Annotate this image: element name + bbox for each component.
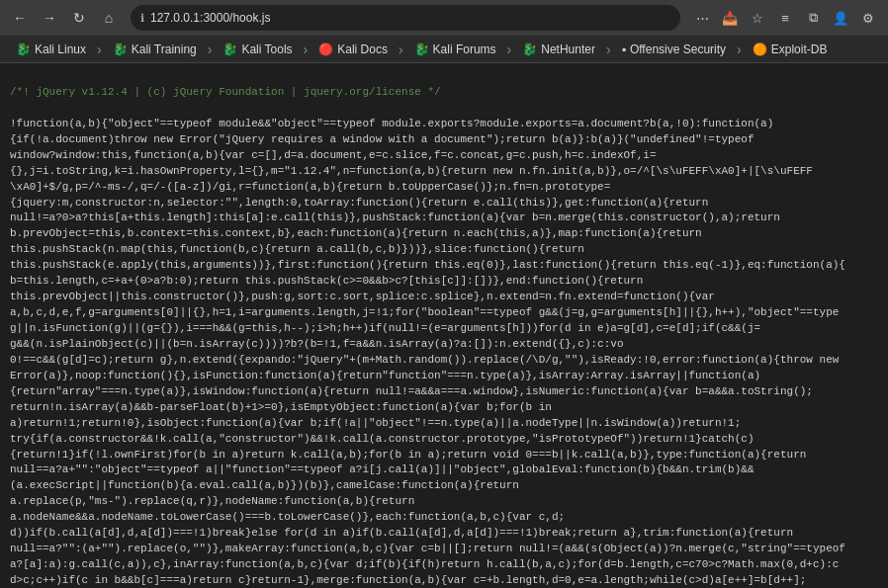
code-content-area: /*! jQuery v1.12.4 | (c) jQuery Foundati… — [0, 63, 888, 588]
bookmark-kali-forums[interactable]: 🐉 Kali Forums — [406, 40, 504, 59]
exploit-db-label: Exploit-DB — [771, 42, 828, 56]
bookmark-kali-linux[interactable]: 🐉 Kali Linux — [8, 40, 94, 59]
reading-list-button[interactable]: ≡ — [773, 6, 797, 30]
url-text: 127.0.0.1:3000/hook.js — [150, 11, 270, 25]
reload-button[interactable]: ↻ — [67, 6, 91, 30]
browser-chrome: ← → ↻ ⌂ ℹ 127.0.0.1:3000/hook.js ⋯ 📥 ☆ ≡… — [0, 0, 888, 36]
home-button[interactable]: ⌂ — [97, 6, 121, 30]
kali-docs-icon: 🔴 — [318, 42, 333, 56]
bookmark-kali-tools[interactable]: 🐉 Kali Tools — [215, 40, 300, 59]
sidebar-button[interactable]: ⧉ — [801, 6, 825, 30]
bookmark-sep-7: › — [737, 42, 742, 57]
back-button[interactable]: ← — [8, 6, 32, 30]
bookmark-sep-4: › — [399, 42, 403, 57]
bookmark-sep-1: › — [97, 42, 102, 57]
kali-linux-icon: 🐉 — [16, 42, 31, 56]
save-page-button[interactable]: 📥 — [718, 6, 742, 30]
bookmark-kali-training[interactable]: 🐉 Kali Training — [105, 40, 205, 59]
browser-actions: ⋯ 📥 ☆ ≡ ⧉ 👤 ⚙ — [690, 6, 880, 30]
kali-tools-icon: 🐉 — [222, 42, 237, 56]
address-bar[interactable]: ℹ 127.0.0.1:3000/hook.js — [131, 5, 680, 31]
nethunter-label: NetHunter — [541, 42, 595, 56]
profile-button[interactable]: 👤 — [829, 6, 852, 30]
bookmark-button[interactable]: ☆ — [746, 6, 769, 30]
bookmark-sep-3: › — [304, 42, 309, 57]
nethunter-icon: 🐉 — [522, 42, 537, 56]
offensive-security-label: Offensive Security — [630, 42, 726, 56]
exploit-db-icon: 🟠 — [753, 42, 767, 56]
bookmark-sep-6: › — [606, 42, 611, 57]
bookmark-nethunter[interactable]: 🐉 NetHunter — [514, 40, 603, 59]
kali-docs-label: Kali Docs — [337, 42, 388, 56]
kali-linux-label: Kali Linux — [35, 42, 86, 56]
code-body: !function(a,b){"object"==typeof module&&… — [10, 118, 845, 588]
code-comment-line: /*! jQuery v1.12.4 | (c) jQuery Foundati… — [10, 86, 441, 98]
bookmark-sep-5: › — [507, 42, 512, 57]
bookmark-offensive-security[interactable]: ▪ Offensive Security — [614, 40, 734, 59]
bookmark-exploit-db[interactable]: 🟠 Exploit-DB — [745, 40, 836, 59]
kali-tools-label: Kali Tools — [241, 42, 292, 56]
kali-training-label: Kali Training — [132, 42, 197, 56]
more-menu-button[interactable]: ⋯ — [690, 6, 714, 30]
bookmark-sep-2: › — [208, 42, 213, 57]
kali-forums-label: Kali Forums — [433, 42, 496, 56]
bookmarks-bar: 🐉 Kali Linux › 🐉 Kali Training › 🐉 Kali … — [0, 36, 888, 63]
kali-training-icon: 🐉 — [113, 42, 128, 56]
kali-forums-icon: 🐉 — [414, 42, 429, 56]
forward-button[interactable]: → — [38, 6, 61, 30]
offensive-security-icon: ▪ — [622, 42, 626, 56]
bookmark-kali-docs[interactable]: 🔴 Kali Docs — [311, 40, 396, 59]
extensions-button[interactable]: ⚙ — [856, 6, 880, 30]
lock-icon: ℹ — [140, 12, 144, 25]
